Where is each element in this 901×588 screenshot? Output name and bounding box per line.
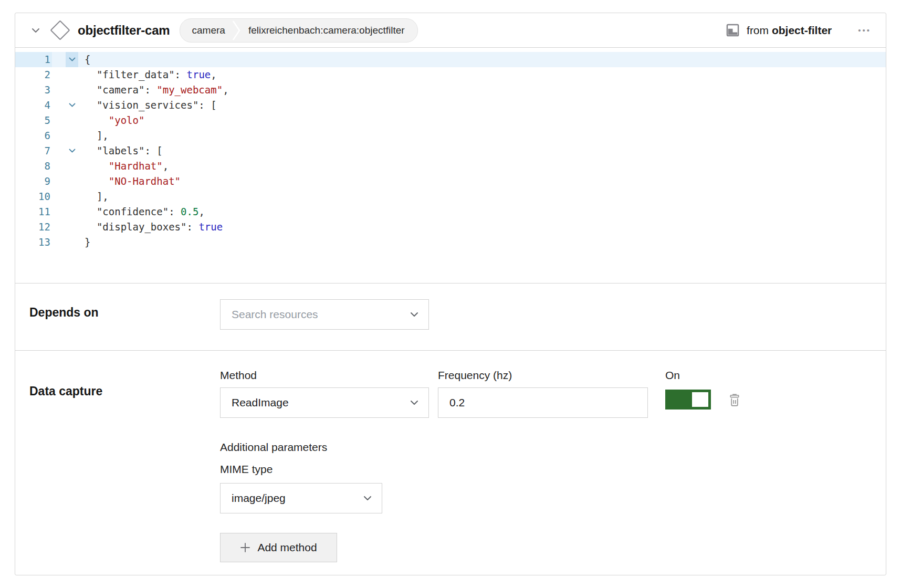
on-toggle-group: On [665, 369, 711, 412]
method-label: Method [220, 369, 429, 381]
code-text: "labels": [ [85, 143, 163, 159]
fold-chevron-icon[interactable] [66, 143, 78, 159]
code-line-9[interactable]: 9 "NO-Hardhat" [15, 174, 886, 189]
code-line-6[interactable]: 6 ], [15, 128, 886, 143]
fold-chevron-icon[interactable] [66, 52, 78, 67]
capture-method-row: Method ReadImage Frequency (hz) On [220, 369, 741, 418]
capture-on-toggle[interactable] [665, 390, 711, 410]
code-line-11[interactable]: 11 "confidence": 0.5, [15, 204, 886, 219]
depends-on-title: Depends on [29, 306, 99, 319]
line-number: 3 [15, 82, 52, 98]
mime-type-value: image/jpeg [232, 492, 286, 505]
code-line-10[interactable]: 10 ], [15, 189, 886, 204]
data-capture-label-col: Data capture [15, 351, 220, 575]
model-badge: felixreichenbach:camera:objectfilter [248, 25, 405, 36]
code-text: "camera": "my_webcam", [85, 82, 229, 98]
delete-method-button[interactable] [728, 393, 741, 407]
fold-spacer [66, 204, 78, 219]
line-number: 12 [15, 219, 52, 235]
data-capture-section: Data capture Method ReadImage Frequency … [15, 351, 886, 575]
chevron-down-icon [410, 400, 418, 405]
code-text: "filter_data": true, [85, 67, 217, 82]
mime-type-select[interactable]: image/jpeg [220, 483, 382, 513]
code-text: ], [85, 189, 109, 204]
module-name: object-filter [772, 24, 832, 36]
code-text: { [85, 52, 90, 67]
additional-parameters-label: Additional parameters [220, 441, 741, 454]
code-text: "display_boxes": true [85, 219, 223, 235]
type-badge: camera [192, 25, 225, 36]
code-line-7[interactable]: 7 "labels": [ [15, 143, 886, 159]
code-text: ], [85, 128, 109, 143]
toggle-knob [692, 392, 708, 407]
data-capture-title: Data capture [29, 384, 102, 398]
fold-spacer [66, 128, 78, 143]
method-group: Method ReadImage [220, 369, 429, 418]
method-select[interactable]: ReadImage [220, 387, 429, 418]
fold-spacer [66, 82, 78, 98]
chevron-down-icon [363, 496, 372, 501]
chevron-down-icon [410, 312, 418, 317]
resource-title: objectfilter-cam [78, 23, 170, 38]
search-resources-placeholder: Search resources [232, 308, 318, 321]
mime-type-label: MIME type [220, 463, 741, 476]
line-number: 1 [15, 52, 52, 67]
code-line-3[interactable]: 3 "camera": "my_webcam", [15, 82, 886, 98]
line-number: 6 [15, 128, 52, 143]
line-number: 4 [15, 98, 52, 113]
frequency-group: Frequency (hz) [438, 369, 648, 418]
line-number: 10 [15, 189, 52, 204]
header-left: objectfilter-cam camera felixreichenbach… [30, 18, 726, 43]
line-number: 5 [15, 113, 52, 128]
frequency-input[interactable] [438, 387, 648, 418]
code-line-5[interactable]: 5 "yolo" [15, 113, 886, 128]
resource-type-pill: camera felixreichenbach:camera:objectfil… [180, 18, 418, 43]
diamond-icon [50, 20, 70, 40]
on-label: On [665, 369, 711, 381]
resource-card: objectfilter-cam camera felixreichenbach… [15, 13, 886, 575]
collapse-button[interactable] [30, 25, 41, 36]
chevron-down-icon [32, 28, 40, 33]
fold-spacer [66, 67, 78, 82]
fold-spacer [66, 189, 78, 204]
code-text: "vision_services": [ [85, 98, 217, 113]
fold-chevron-icon[interactable] [66, 98, 78, 113]
code-line-8[interactable]: 8 "Hardhat", [15, 159, 886, 174]
line-number: 11 [15, 204, 52, 219]
depends-on-field: Search resources [220, 284, 429, 350]
code-editor[interactable]: 1{2 "filter_data": true,3 "camera": "my_… [15, 48, 886, 284]
fold-spacer [66, 174, 78, 189]
code-text: "Hardhat", [85, 159, 169, 174]
line-number: 2 [15, 67, 52, 82]
ellipsis-menu-icon[interactable]: ••• [856, 25, 873, 35]
fold-spacer [66, 159, 78, 174]
code-line-4[interactable]: 4 "vision_services": [ [15, 98, 886, 113]
add-method-button[interactable]: Add method [220, 533, 337, 562]
line-number: 9 [15, 174, 52, 189]
code-line-13[interactable]: 13} [15, 235, 886, 250]
code-line-2[interactable]: 2 "filter_data": true, [15, 67, 886, 82]
fold-spacer [66, 113, 78, 128]
code-text: "NO-Hardhat" [85, 174, 181, 189]
header-right: from object-filter ••• [726, 23, 873, 37]
add-method-label: Add method [257, 541, 317, 554]
code-line-12[interactable]: 12 "display_boxes": true [15, 219, 886, 235]
code-line-1[interactable]: 1{ [15, 52, 886, 67]
depends-on-label-col: Depends on [15, 284, 220, 350]
frequency-label: Frequency (hz) [438, 369, 648, 381]
code-text: "yolo" [85, 113, 144, 128]
line-number: 7 [15, 143, 52, 159]
fold-spacer [66, 219, 78, 235]
data-capture-fields: Method ReadImage Frequency (hz) On [220, 351, 741, 575]
code-text: } [85, 235, 90, 250]
plus-icon [240, 542, 250, 553]
chevron-right-separator-icon [232, 19, 242, 42]
search-resources-select[interactable]: Search resources [220, 299, 429, 330]
from-module-link[interactable]: from object-filter [747, 24, 832, 37]
resource-card-header: objectfilter-cam camera felixreichenbach… [15, 13, 886, 48]
fold-spacer [66, 235, 78, 250]
line-number: 8 [15, 159, 52, 174]
depends-on-section: Depends on Search resources [15, 284, 886, 351]
line-number: 13 [15, 235, 52, 250]
code-text: "confidence": 0.5, [85, 204, 205, 219]
